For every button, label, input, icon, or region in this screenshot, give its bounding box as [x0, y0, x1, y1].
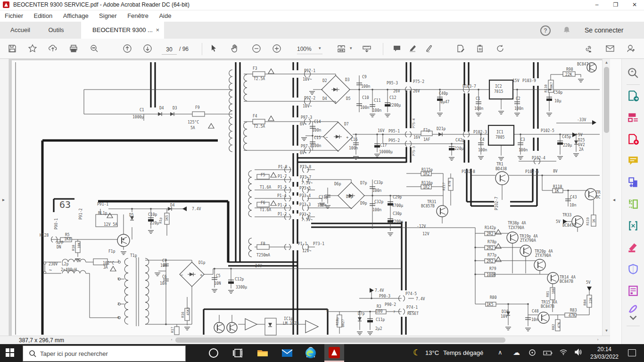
- cortana-icon[interactable]: [207, 347, 220, 359]
- tab-close-icon[interactable]: ×: [156, 22, 159, 39]
- menu-edition[interactable]: Edition: [33, 10, 52, 22]
- vertical-scrollbar[interactable]: ▲ ▼: [602, 59, 611, 336]
- combine-files-icon[interactable]: [626, 175, 641, 190]
- fit-caret-icon[interactable]: ▾: [350, 46, 352, 50]
- help-icon[interactable]: ?: [540, 25, 551, 36]
- svg-text:10N: 10N: [214, 281, 221, 286]
- tab-document[interactable]: BEOCENTER 9300 ... ×: [81, 22, 164, 39]
- taskbar-search[interactable]: Taper ici pour rechercher: [23, 346, 186, 362]
- bell-icon[interactable]: [562, 25, 571, 35]
- left-panel-expand-icon[interactable]: ▸: [2, 197, 5, 202]
- svg-text:2200µ: 2200µ: [389, 103, 401, 107]
- svg-text:2: 2: [117, 302, 119, 306]
- menu-fenetre[interactable]: Fenêtre: [127, 10, 149, 22]
- svg-text:6V2: 6V2: [578, 143, 585, 147]
- svg-text:DN: DN: [57, 245, 61, 249]
- fit-width-icon[interactable]: [337, 44, 347, 54]
- svg-text:T2.5A: T2.5A: [254, 124, 265, 129]
- scroll-up-icon[interactable]: ▲: [603, 60, 611, 65]
- vertical-scroll-thumb[interactable]: [604, 67, 609, 133]
- cloud-upload-icon[interactable]: [48, 44, 58, 54]
- svg-text:7805: 7805: [495, 135, 504, 140]
- tab-accueil[interactable]: Accueil: [5, 22, 36, 39]
- select-tool-icon[interactable]: [209, 44, 220, 54]
- menu-signer[interactable]: Signer: [99, 10, 117, 22]
- email-icon[interactable]: [605, 44, 616, 54]
- close-button[interactable]: ✕: [625, 0, 644, 10]
- horizontal-scrollbar[interactable]: ‹ ›: [168, 336, 602, 345]
- task-view-icon[interactable]: [232, 347, 244, 359]
- add-account-icon[interactable]: [626, 44, 636, 54]
- weather-description[interactable]: Temps dégagé: [443, 349, 483, 356]
- meet-now-icon[interactable]: [528, 348, 537, 357]
- panel-divider: [627, 84, 640, 85]
- volume-icon[interactable]: [574, 349, 583, 356]
- previous-page-icon[interactable]: [123, 44, 133, 54]
- sign-pen-icon[interactable]: [425, 44, 435, 54]
- measure-icon[interactable]: [362, 44, 372, 54]
- edit-pdf-icon[interactable]: [626, 110, 641, 125]
- svg-text:7.4V: 7.4V: [192, 207, 201, 211]
- menu-aide[interactable]: Aide: [159, 10, 171, 22]
- zoom-out-icon[interactable]: [252, 44, 262, 54]
- star-icon[interactable]: [28, 44, 38, 54]
- svg-text:P103-7: P103-7: [462, 84, 476, 89]
- create-pdf-icon[interactable]: [626, 132, 641, 147]
- svg-text:P95-1: P95-1: [388, 129, 400, 133]
- share-link-icon[interactable]: [584, 44, 594, 54]
- highlight-icon[interactable]: [408, 44, 419, 54]
- horizontal-scroll-thumb[interactable]: [175, 337, 505, 343]
- print-icon[interactable]: [69, 44, 79, 54]
- zoom-in-icon[interactable]: [272, 44, 282, 54]
- schematic-page[interactable]: C11000µD4D3F9125°C5AF3T2.5AP97-110V~P97-…: [0, 59, 602, 336]
- acrobat-taskbar-active[interactable]: [324, 344, 344, 362]
- svg-text:+: +: [346, 135, 349, 140]
- page-number-input[interactable]: [162, 45, 177, 55]
- taskbar-clock[interactable]: 20:14 23/03/2022: [587, 346, 621, 361]
- compress-pdf-icon[interactable]: [626, 218, 641, 233]
- delete-icon[interactable]: [475, 44, 486, 54]
- svg-text:P1-5: P1-5: [278, 185, 287, 189]
- svg-text:T1.6A: T1.6A: [260, 208, 271, 212]
- search-document-icon[interactable]: [626, 66, 641, 81]
- protect-shield-icon[interactable]: [626, 262, 641, 277]
- tools-panel-expand-icon[interactable]: ◂: [613, 197, 615, 202]
- page-size-label: 387,7 x 296,7 mm: [19, 337, 64, 344]
- search-icon[interactable]: [90, 44, 100, 54]
- comment-icon[interactable]: [392, 44, 403, 54]
- hand-tool-icon[interactable]: [230, 44, 240, 54]
- next-page-icon[interactable]: [143, 44, 153, 54]
- fill-sign-icon[interactable]: [456, 44, 466, 54]
- start-button[interactable]: [6, 348, 15, 358]
- minimize-button[interactable]: –: [587, 0, 606, 10]
- onedrive-cloud-icon[interactable]: ☁: [513, 348, 520, 357]
- svg-text:D21p: D21p: [437, 127, 446, 131]
- scroll-left-icon[interactable]: ‹: [169, 337, 174, 342]
- mail-icon[interactable]: [281, 347, 293, 359]
- moon-weather-icon[interactable]: ☾: [413, 348, 421, 357]
- redact-icon[interactable]: [626, 240, 641, 255]
- battery-icon[interactable]: [543, 349, 553, 356]
- organize-pages-icon[interactable]: [626, 197, 641, 212]
- export-pdf-icon[interactable]: [626, 88, 641, 103]
- more-tools-chevron-icon[interactable]: [626, 311, 641, 318]
- search-glass-icon: [29, 350, 36, 357]
- scroll-down-icon[interactable]: ▼: [603, 329, 611, 333]
- svg-text:T1p: T1p: [130, 254, 137, 258]
- menu-affichage[interactable]: Affichage: [63, 10, 89, 22]
- menu-fichier[interactable]: Fichier: [5, 10, 23, 22]
- hidden-icons-chevron[interactable]: ∧: [498, 349, 503, 356]
- scroll-right-icon[interactable]: ›: [595, 337, 601, 342]
- wifi-icon[interactable]: [559, 349, 568, 356]
- comment-tool-icon[interactable]: [626, 153, 641, 168]
- save-icon[interactable]: [8, 44, 18, 54]
- rotate-icon[interactable]: [496, 44, 506, 54]
- tab-outils[interactable]: Outils: [41, 22, 72, 39]
- prepare-form-icon[interactable]: [626, 283, 641, 298]
- action-center-icon[interactable]: [628, 349, 636, 356]
- weather-temperature[interactable]: 13°C: [425, 349, 439, 356]
- sign-in-button[interactable]: Se connecter: [585, 22, 624, 39]
- zoom-caret-icon[interactable]: ▾: [319, 46, 321, 50]
- maximize-button[interactable]: ❐: [606, 0, 625, 10]
- file-explorer-icon[interactable]: [256, 347, 269, 359]
